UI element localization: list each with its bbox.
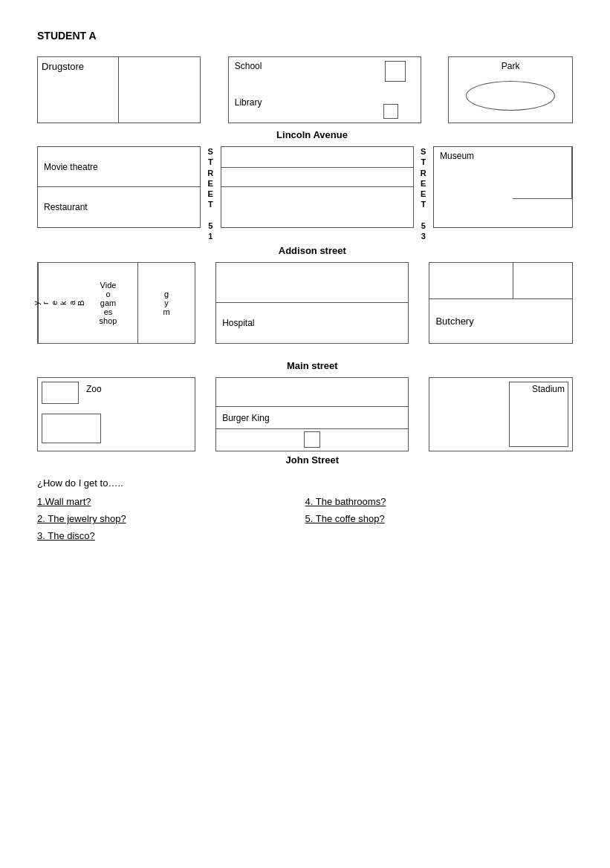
burgerking-area: Burger King <box>215 377 409 451</box>
park-block: Park <box>448 56 573 123</box>
movie-restaurant-area: Movie theatre Restaurant <box>37 146 201 242</box>
how-get-to: ¿How do I get to….. <box>37 477 573 489</box>
main-street-label: Main street <box>218 360 407 371</box>
map-row-1: Drugstore School Library Park <box>37 56 573 123</box>
street-53-label: S T R E E T 5 3 <box>414 146 434 242</box>
restaurant-label: Restaurant <box>44 202 88 212</box>
stadium-area: Stadium <box>429 377 573 451</box>
stadium-label: Stadium <box>532 384 565 394</box>
zoo-inner-top-box <box>42 382 79 404</box>
butchery-bottom-row: Butchery <box>429 299 572 343</box>
zoo-label: Zoo <box>86 384 102 394</box>
lincoln-avenue-label: Lincoln Avenue <box>215 129 409 140</box>
butchery-label: Butchery <box>435 316 473 327</box>
addison-street-label: Addison street <box>218 245 407 256</box>
restaurant-block: Restaurant <box>37 187 201 228</box>
drugstore-label: Drugstore <box>42 61 84 72</box>
drugstore-block: Drugstore <box>37 56 119 123</box>
question-1: 1.Wall mart? <box>37 496 305 507</box>
questions-col-right: 4. The bathrooms? 5. The coffe shop? <box>305 496 574 547</box>
hospital-label: Hospital <box>222 318 254 328</box>
school-library-area: School Library <box>228 56 421 123</box>
questions-grid: 1.Wall mart? 2. The jewelry shop? 3. The… <box>37 496 573 547</box>
zoo-area: Zoo <box>37 377 195 451</box>
john-street-row: John Street <box>37 454 573 466</box>
question-2: 2. The jewelry shop? <box>37 513 305 524</box>
student-label: STUDENT A <box>37 30 573 42</box>
butchery-top-left <box>429 263 513 299</box>
drugstore-empty-block <box>119 56 201 123</box>
gym-label: gym <box>138 263 195 343</box>
map-row-2: Movie theatre Restaurant S T R E E T 5 1… <box>37 146 573 242</box>
burgerking-bottom-block <box>215 429 409 451</box>
butchery-area: Butchery <box>429 262 573 344</box>
questions-section: ¿How do I get to….. 1.Wall mart? 2. The … <box>37 477 573 547</box>
butchery-top-right <box>513 263 572 299</box>
center-block-top-2 <box>221 146 414 187</box>
butchery-top-row <box>429 263 572 299</box>
question-4: 4. The bathrooms? <box>305 496 574 507</box>
museum-block: Museum <box>433 146 573 228</box>
street-51-label: S T R E E T 5 1 <box>201 146 221 242</box>
bk-inner-box <box>304 431 320 448</box>
question-5: 5. The coffe shop? <box>305 513 574 524</box>
burgerking-label: Burger King <box>222 413 269 423</box>
movie-theatre-block: Movie theatre <box>37 146 201 187</box>
library-label: Library <box>235 97 262 108</box>
center-block-bottom-2 <box>221 187 414 228</box>
videogames-label: Videogamesshop <box>79 263 138 343</box>
hospital-block: Hospital <box>215 303 409 344</box>
lincoln-avenue-row: Lincoln Avenue <box>37 129 573 140</box>
museum-label: Museum <box>434 147 480 165</box>
zoo-inner-bottom-box <box>42 414 101 443</box>
row2-center-blocks <box>221 146 414 242</box>
bakery-area: Bakery Videogamesshop gym <box>37 262 195 344</box>
hospital-block-top <box>215 262 409 303</box>
map-row-4: Zoo Burger King Stadium <box>37 377 573 451</box>
main-street-row: Main street <box>37 360 573 371</box>
school-inner-box <box>385 61 406 82</box>
park-label: Park <box>449 57 572 75</box>
movie-theatre-label: Movie theatre <box>44 162 98 172</box>
burgerking-top-block <box>215 377 409 407</box>
question-3: 3. The disco? <box>37 530 305 541</box>
library-inner-box <box>383 104 398 119</box>
school-block: School Library <box>228 56 421 123</box>
drugstore-area: Drugstore <box>37 56 201 123</box>
map-row-3: Bakery Videogamesshop gym S T R E E T 5 … <box>37 262 573 358</box>
john-street-label: John Street <box>218 454 407 466</box>
park-oval <box>466 81 555 111</box>
burgerking-block: Burger King <box>215 407 409 429</box>
addison-street-row: Addison street <box>37 245 573 256</box>
bakery-label: Bakery <box>38 263 79 343</box>
museum-inner-block <box>513 147 572 199</box>
hospital-area: Hospital <box>215 262 409 358</box>
questions-col-left: 1.Wall mart? 2. The jewelry shop? 3. The… <box>37 496 305 547</box>
